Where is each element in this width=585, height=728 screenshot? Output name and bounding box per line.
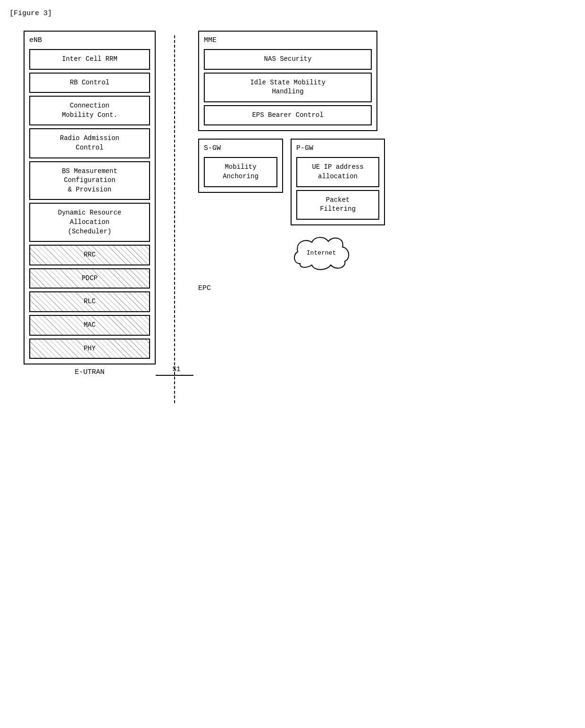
connection-mobility-box: ConnectionMobility Cont. (29, 96, 150, 125)
dynamic-resource-box: Dynamic ResourceAllocation(Scheduler) (29, 203, 150, 242)
pgw-outer-box: P-GW UE IP addressallocation PacketFilte… (291, 139, 385, 225)
bs-measurement-box: BS MeasurementConfiguration& Provision (29, 161, 150, 200)
s1-label: S1 (173, 365, 181, 373)
enb-column: eNB Inter Cell RRM RB Control Connection… (24, 31, 156, 376)
eps-bearer-box: EPS Bearer Control (204, 105, 372, 126)
ue-ip-box: UE IP addressallocation (296, 157, 379, 187)
sgw-label: S-GW (204, 144, 277, 152)
epc-column: MME NAS Security Idle State MobilityHand… (193, 31, 561, 292)
epc-footer: EPC (198, 284, 211, 292)
dashed-line (174, 35, 175, 403)
rlc-box: RLC (29, 291, 150, 312)
idle-state-box: Idle State MobilityHandling (204, 73, 372, 102)
packet-filtering-box: PacketFiltering (296, 190, 379, 220)
internet-cloud: Internet (291, 233, 352, 273)
phy-box: PHY (29, 339, 150, 359)
enb-footer-label: E-UTRAN (75, 368, 104, 376)
s1-interface: S1 (156, 31, 193, 403)
mme-label: MME (204, 36, 372, 44)
pdcp-box: PDCP (29, 268, 150, 289)
bottom-row: S-GW MobilityAnchoring P-GW UE IP addres… (198, 139, 385, 273)
enb-label: eNB (29, 36, 150, 44)
rrc-box: RRC (29, 245, 150, 265)
mac-box: MAC (29, 315, 150, 336)
figure-label: [Figure 3] (9, 9, 576, 17)
epc-label: EPC (198, 284, 211, 292)
inter-cell-rrm-box: Inter Cell RRM (29, 49, 150, 70)
diagram-area: eNB Inter Cell RRM RB Control Connection… (9, 26, 576, 408)
pgw-internet-col: P-GW UE IP addressallocation PacketFilte… (291, 139, 385, 273)
internet-label: Internet (307, 249, 336, 256)
rb-control-box: RB Control (29, 73, 150, 93)
pgw-label: P-GW (296, 144, 379, 152)
enb-outer-box: eNB Inter Cell RRM RB Control Connection… (24, 31, 156, 364)
nas-security-box: NAS Security (204, 49, 372, 70)
sgw-outer-box: S-GW MobilityAnchoring (198, 139, 283, 192)
mobility-anchoring-box: MobilityAnchoring (204, 157, 277, 187)
s1-horizontal-line (156, 375, 193, 376)
radio-admission-box: Radio AdmissionControl (29, 128, 150, 158)
mme-outer-box: MME NAS Security Idle State MobilityHand… (198, 31, 377, 131)
